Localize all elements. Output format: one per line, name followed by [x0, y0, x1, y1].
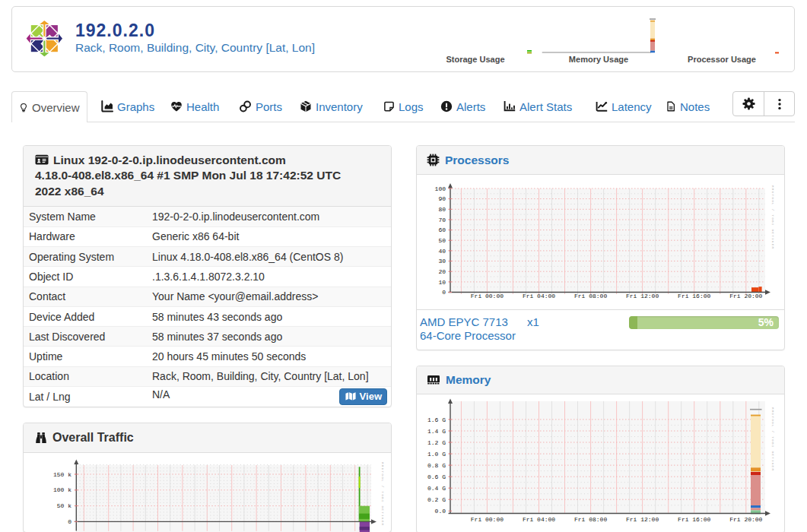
svg-text:100: 100	[435, 185, 446, 192]
svg-text:Fri 04:00: Fri 04:00	[523, 293, 555, 299]
svg-text:Fri 08:00: Fri 08:00	[574, 293, 607, 299]
svg-text:0.2 G: 0.2 G	[427, 496, 446, 502]
svg-text:Fri 16:00: Fri 16:00	[678, 515, 710, 522]
svg-text:150 k: 150 k	[53, 470, 71, 477]
svg-text:Fri 04:00: Fri 04:00	[523, 515, 555, 522]
svg-text:20: 20	[438, 268, 446, 275]
svg-text:0.0: 0.0	[435, 507, 446, 514]
svg-text:Fri 08:00: Fri 08:00	[574, 515, 607, 522]
svg-text:0: 0	[68, 518, 71, 525]
svg-text:50 k: 50 k	[57, 502, 71, 509]
svg-text:Fri 12:00: Fri 12:00	[626, 293, 659, 299]
svg-text:10: 10	[438, 279, 446, 286]
svg-text:1.2 G: 1.2 G	[427, 439, 446, 445]
svg-text:40: 40	[438, 248, 446, 255]
svg-text:80: 80	[438, 206, 446, 213]
svg-text:30: 30	[438, 258, 446, 264]
svg-text:100 k: 100 k	[53, 486, 71, 493]
svg-text:0.8 G: 0.8 G	[427, 461, 446, 468]
svg-text:Fri 20:00: Fri 20:00	[729, 293, 762, 299]
svg-text:70: 70	[438, 217, 446, 223]
svg-text:90: 90	[438, 195, 446, 202]
svg-text:Fri 00:00: Fri 00:00	[471, 515, 504, 522]
svg-text:Fri 20:00: Fri 20:00	[729, 515, 762, 522]
svg-text:1.0 G: 1.0 G	[427, 450, 446, 457]
svg-text:0.6 G: 0.6 G	[427, 473, 446, 480]
svg-text:1.6 G: 1.6 G	[427, 416, 446, 423]
svg-text:Fri 16:00: Fri 16:00	[678, 293, 710, 299]
svg-text:0: 0	[442, 289, 446, 296]
svg-text:60: 60	[438, 226, 446, 233]
svg-text:RRDTOOL / TOBI OETIKER: RRDTOOL / TOBI OETIKER	[771, 407, 775, 470]
svg-text:Fri 12:00: Fri 12:00	[626, 515, 659, 522]
svg-text:RRDTOOL / TOBI OETIKER: RRDTOOL / TOBI OETIKER	[771, 185, 775, 249]
svg-text:50: 50	[438, 237, 446, 244]
svg-text:RRDTOOL / TOBI OETIKER: RRDTOOL / TOBI OETIKER	[381, 462, 385, 526]
svg-text:Fri 00:00: Fri 00:00	[471, 293, 504, 299]
svg-text:1.4 G: 1.4 G	[427, 427, 446, 434]
svg-text:0.4 G: 0.4 G	[427, 484, 446, 491]
